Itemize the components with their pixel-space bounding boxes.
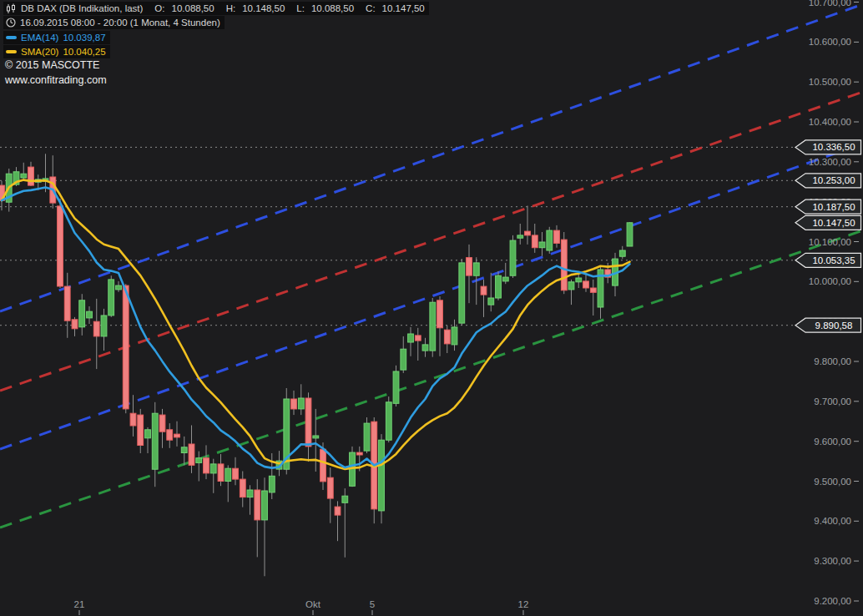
candle-down[interactable] [335,507,341,515]
candle-down[interactable] [255,490,260,520]
low-label: L: [296,3,305,14]
candle-down[interactable] [58,206,63,286]
candle-down[interactable] [189,444,194,465]
candle-down[interactable] [204,458,209,473]
candle-down[interactable] [320,449,326,482]
candle-up[interactable] [364,423,370,451]
y-axis-tick-label: 10.700,00 [809,0,851,8]
candle-down[interactable] [327,477,333,498]
candle-up[interactable] [196,458,202,463]
candle-up[interactable] [313,436,319,438]
y-axis-tick-label: 10.000,00 [809,276,851,286]
y-axis-tick-label: 10.600,00 [809,37,851,47]
candle-up[interactable] [181,447,187,453]
candle-down[interactable] [159,415,165,432]
candle-up[interactable] [21,174,27,178]
candle-up[interactable] [619,250,625,256]
lower-green-channel[interactable] [0,230,863,528]
x-axis-date-label: 12 [518,599,529,609]
candle-up[interactable] [145,430,151,438]
candle-up[interactable] [379,440,385,511]
open-label: O: [154,3,164,14]
candle-up[interactable] [101,316,107,336]
candle-down[interactable] [590,288,596,292]
candle-up[interactable] [116,285,122,290]
mid-blue-channel[interactable] [0,144,863,449]
candle-down[interactable] [481,286,487,295]
candle-down[interactable] [218,464,224,482]
candle-up[interactable] [459,263,465,323]
candle-up[interactable] [109,280,114,316]
candle-up[interactable] [225,468,231,481]
ema-legend-row[interactable]: EMA(14) 10.039,87 [3,31,110,44]
candle-down[interactable] [93,321,99,336]
candle-up[interactable] [510,240,516,275]
candle-down[interactable] [415,336,421,341]
candle-down[interactable] [138,415,144,445]
candle-down[interactable] [356,452,362,455]
candle-up[interactable] [539,242,545,248]
candle-up[interactable] [568,282,574,290]
timeframe-text: 16.09.2015 08:00 - 20:00 (1 Monat, 4 Stu… [20,17,220,28]
candle-down[interactable] [437,300,443,328]
candle-down[interactable] [64,286,70,321]
candle-up[interactable] [430,302,436,351]
candle-up[interactable] [502,277,508,281]
candle-up[interactable] [342,496,348,502]
candle-down[interactable] [291,399,297,409]
price-marker-label: 10.053,35 [812,255,855,265]
candle-down[interactable] [525,231,531,235]
x-axis-date-label: 21 [74,599,85,609]
sma-name: SMA(20) [21,46,58,58]
candle-up[interactable] [152,413,158,469]
candle-down[interactable] [444,330,450,344]
chart-area[interactable]: 10.700,0010.600,0010.500,0010.400,0010.3… [0,0,863,616]
candle-up[interactable] [422,345,428,351]
sma-legend-row[interactable]: SMA(20) 10.040,25 [3,45,110,58]
price-marker-label: 10.253,00 [812,175,855,185]
candle-up[interactable] [452,327,457,345]
candle-up[interactable] [488,298,494,305]
candle-down[interactable] [233,468,239,479]
candle-up[interactable] [576,278,582,282]
candle-up[interactable] [247,490,253,497]
candle-down[interactable] [583,281,589,288]
candle-down[interactable] [72,320,78,329]
high-label: H: [226,3,236,14]
candle-down[interactable] [28,167,34,185]
y-axis-tick-label: 9.200,00 [814,596,851,606]
candle-down[interactable] [554,230,560,243]
candle-up[interactable] [408,334,414,342]
candle-down[interactable] [167,430,173,440]
candle-up[interactable] [87,311,93,318]
candle-up[interactable] [79,300,85,327]
candle-up[interactable] [401,349,406,370]
candle-up[interactable] [210,464,216,473]
candle-up[interactable] [496,275,502,298]
candle-down[interactable] [532,235,537,248]
candle-up[interactable] [269,476,275,492]
price-marker-label: 9.890,58 [815,321,853,331]
candlestick-icon [6,3,17,14]
sma-swatch-icon [6,50,17,53]
ema-value: 10.039,87 [63,32,105,43]
ema-swatch-icon [6,36,17,39]
candle-up[interactable] [627,223,633,246]
candle-up[interactable] [386,402,391,440]
candle-down[interactable] [130,413,136,426]
candle-down[interactable] [305,398,311,447]
candle-down[interactable] [467,258,472,276]
candle-up[interactable] [473,263,479,275]
candle-up[interactable] [517,235,523,238]
candle-up[interactable] [262,491,268,520]
candle-up[interactable] [393,371,399,403]
candle-down[interactable] [561,240,567,290]
candle-down[interactable] [240,479,245,497]
instrument-header: DB DAX (DB Indikation, last) O: 10.088,5… [3,2,429,15]
candle-up[interactable] [298,398,304,409]
candle-down[interactable] [174,434,180,437]
candle-down[interactable] [123,285,129,409]
sma-value: 10.040,25 [63,46,105,58]
upper-blue-channel[interactable] [0,4,863,311]
candle-up[interactable] [547,230,553,250]
